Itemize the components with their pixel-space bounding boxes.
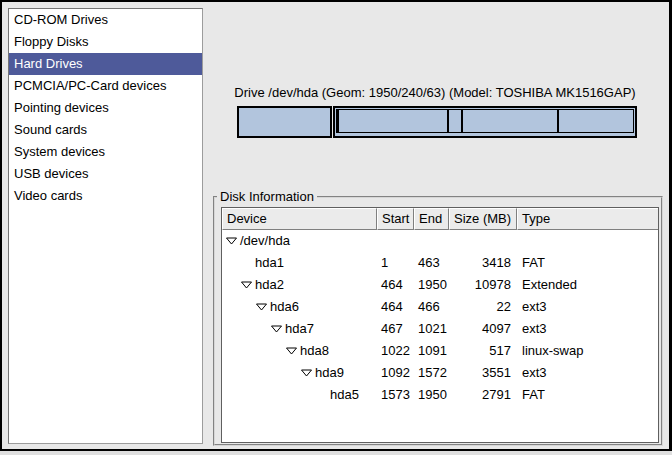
- end-cell: 1950: [414, 274, 449, 296]
- end-cell: 466: [414, 296, 449, 318]
- size-cell: 10978: [449, 274, 517, 296]
- size-cell: 517: [449, 340, 517, 362]
- partition-segment-hda7: [338, 109, 449, 133]
- start-cell: 1022: [377, 340, 414, 362]
- expander-icon[interactable]: [241, 274, 252, 296]
- partition-bar: [237, 106, 637, 138]
- start-cell: 464: [377, 296, 414, 318]
- partition-segment-hda9: [462, 109, 558, 133]
- type-cell: ext3: [517, 318, 658, 340]
- end-cell: 1572: [414, 362, 449, 384]
- table-row-hda7[interactable]: hda746710214097ext3: [222, 318, 658, 340]
- size-cell: 2791: [449, 384, 517, 406]
- device-category-list: CD-ROM DrivesFloppy DisksHard DrivesPCMC…: [8, 8, 203, 444]
- partition-segment-hda1: [237, 106, 332, 138]
- expander-icon[interactable]: [286, 340, 297, 362]
- table-row-hda2[interactable]: hda2464195010978Extended: [222, 274, 658, 296]
- window-body: CD-ROM DrivesFloppy DisksHard DrivesPCMC…: [0, 0, 672, 451]
- end-cell: 463: [414, 252, 449, 274]
- type-cell: FAT: [517, 252, 658, 274]
- device-name: /dev/hda: [240, 230, 290, 252]
- type-cell: ext3: [517, 362, 658, 384]
- size-cell: 22: [449, 296, 517, 318]
- device-name: hda9: [315, 362, 344, 384]
- column-header-type[interactable]: Type: [517, 208, 658, 230]
- end-cell: 1091: [414, 340, 449, 362]
- end-cell: 1021: [414, 318, 449, 340]
- start-cell: [377, 230, 414, 252]
- type-cell: Extended: [517, 274, 658, 296]
- device-name: hda5: [330, 384, 359, 406]
- end-cell: [414, 230, 449, 252]
- size-cell: 3418: [449, 252, 517, 274]
- sidebar-item-system-devices[interactable]: System devices: [9, 141, 202, 163]
- expander-icon[interactable]: [301, 362, 312, 384]
- start-cell: 1092: [377, 362, 414, 384]
- device-cell: hda2: [222, 274, 377, 296]
- device-name: hda7: [285, 318, 314, 340]
- sidebar-item-hard-drives[interactable]: Hard Drives: [9, 53, 202, 75]
- table-row-hda8[interactable]: hda810221091517linux-swap: [222, 340, 658, 362]
- window-bottom-edge: [0, 451, 672, 455]
- table-row-hda6[interactable]: hda646446622ext3: [222, 296, 658, 318]
- column-header-end[interactable]: End: [414, 208, 449, 230]
- start-cell: 464: [377, 274, 414, 296]
- start-cell: 1573: [377, 384, 414, 406]
- table-row-dev-hda[interactable]: /dev/hda: [222, 230, 658, 252]
- disk-table-header: DeviceStartEndSize (MB)Type: [222, 208, 658, 230]
- device-name: hda1: [255, 252, 284, 274]
- drive-title: Drive /dev/hda (Geom: 1950/240/63) (Mode…: [220, 85, 650, 101]
- device-cell: hda5: [222, 384, 377, 406]
- type-cell: FAT: [517, 384, 658, 406]
- expander-icon[interactable]: [271, 318, 282, 340]
- expander-icon[interactable]: [226, 230, 237, 252]
- sidebar-item-sound-cards[interactable]: Sound cards: [9, 119, 202, 141]
- type-cell: [517, 230, 658, 252]
- size-cell: 3551: [449, 362, 517, 384]
- device-cell: hda9: [222, 362, 377, 384]
- sidebar-item-usb-devices[interactable]: USB devices: [9, 163, 202, 185]
- column-header-device[interactable]: Device: [222, 208, 377, 230]
- sidebar-item-pcmcia-pc-card-devices[interactable]: PCMCIA/PC-Card devices: [9, 75, 202, 97]
- device-cell: hda1: [222, 252, 377, 274]
- end-cell: 1950: [414, 384, 449, 406]
- device-cell: /dev/hda: [222, 230, 377, 252]
- column-header-start[interactable]: Start: [377, 208, 414, 230]
- device-name: hda6: [270, 296, 299, 318]
- device-cell: hda6: [222, 296, 377, 318]
- sidebar-item-video-cards[interactable]: Video cards: [9, 185, 202, 207]
- table-row-hda1[interactable]: hda114633418FAT: [222, 252, 658, 274]
- device-cell: hda8: [222, 340, 377, 362]
- sidebar-item-cd-rom-drives[interactable]: CD-ROM Drives: [9, 9, 202, 31]
- disk-table-body: /dev/hdahda114633418FAThda2464195010978E…: [222, 230, 658, 406]
- disk-information-frame: Disk Information DeviceStartEndSize (MB)…: [213, 196, 663, 446]
- start-cell: 467: [377, 318, 414, 340]
- type-cell: ext3: [517, 296, 658, 318]
- partition-segment-hda5: [558, 109, 634, 133]
- device-cell: hda7: [222, 318, 377, 340]
- size-cell: [449, 230, 517, 252]
- device-name: hda2: [255, 274, 284, 296]
- table-row-hda5[interactable]: hda5157319502791FAT: [222, 384, 658, 406]
- partition-segment-hda2: [333, 106, 637, 138]
- sidebar-item-floppy-disks[interactable]: Floppy Disks: [9, 31, 202, 53]
- disk-table: DeviceStartEndSize (MB)Type /dev/hdahda1…: [221, 207, 659, 443]
- expander-icon[interactable]: [256, 296, 267, 318]
- device-name: hda8: [300, 340, 329, 362]
- type-cell: linux-swap: [517, 340, 658, 362]
- sidebar-item-pointing-devices[interactable]: Pointing devices: [9, 97, 202, 119]
- start-cell: 1: [377, 252, 414, 274]
- hardware-browser-window: CD-ROM DrivesFloppy DisksHard DrivesPCMC…: [0, 0, 672, 455]
- table-row-hda9[interactable]: hda9109215723551ext3: [222, 362, 658, 384]
- column-header-size-mb[interactable]: Size (MB): [449, 208, 517, 230]
- disk-information-label: Disk Information: [217, 189, 317, 204]
- size-cell: 4097: [449, 318, 517, 340]
- partition-segment-hda8: [448, 109, 461, 133]
